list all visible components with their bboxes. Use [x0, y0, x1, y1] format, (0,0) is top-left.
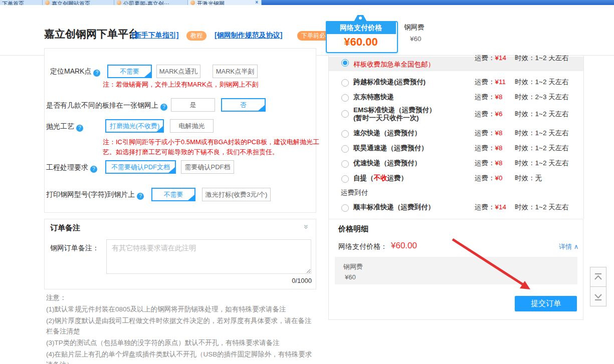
collapse-icon[interactable]: » — [302, 225, 311, 229]
freight-collect-label: 运费到付 — [341, 188, 368, 197]
submit-order-button[interactable]: 提交订单 — [515, 296, 577, 311]
shipping-9-name[interactable]: 顺丰标准快递（运费到付） — [353, 203, 435, 212]
shipping-5-name[interactable]: 速尔快递（运费预付） — [353, 129, 421, 138]
price-detail-title: 价格明细 — [338, 224, 368, 234]
shipping-4-name-line2[interactable]: (暂时一天只收件一次) — [353, 114, 419, 123]
radio-shipping-3[interactable] — [341, 94, 349, 102]
multi-board-label: 是否有几款不同的板排在一张钢网上? — [46, 101, 167, 111]
help-icon[interactable]: ? — [137, 193, 144, 200]
scroll-top-icon — [590, 267, 606, 286]
notice-title: 注意： — [46, 292, 317, 303]
browser-tab-3[interactable]: 公司要闻-嘉立创··· — [114, 0, 188, 5]
pay-price-label: 网络支付价格： — [338, 242, 387, 251]
price-tag-value: ¥60.00 — [326, 34, 396, 51]
option-mark-through-hole[interactable]: MARK点通孔 — [156, 65, 200, 78]
browser-tab-strip: 下单首页 嘉立创网站首页 公司要闻-嘉立创··· 开激光钢网 × — [0, 0, 614, 5]
check-icon: ✓ — [147, 67, 151, 79]
option-mark-half-etch[interactable]: MARK点半刻 — [213, 65, 258, 78]
shipping-1-fee: 运费：¥14 — [475, 55, 506, 63]
polish-note-line1: 注：IC引脚间距等于或小于0.5MM或有BGA封装的PCB板，建议电解抛光工 — [103, 138, 319, 147]
shipping-8-time: 时效：无 — [515, 174, 542, 183]
radio-shipping-7[interactable] — [341, 160, 349, 168]
radio-shipping-6[interactable] — [341, 145, 349, 153]
right-panel: 样板收费加急单全国包邮） 运费：¥14 时效：1~2 天左右 跨越标准快递(运费… — [328, 55, 584, 321]
radio-shipping-4[interactable] — [341, 110, 349, 118]
char-counter: 0/1000 — [106, 277, 312, 284]
notice-item-2: (2)钢片厚度默认是由我司工程做文件时依据文件决定的，若对厚度有具体要求，请在备… — [46, 315, 317, 336]
shipping-7-time: 时效：1~2 天左右 — [515, 159, 569, 168]
fee-summary-value: ¥60 — [410, 35, 422, 43]
option-laser-mark[interactable]: 激光打标(收费3元/个) — [202, 188, 271, 201]
pay-price-value: ¥60.00 — [391, 241, 417, 251]
tab-label: 嘉立创网站首页 — [52, 0, 90, 5]
scroll-to-bottom-button[interactable] — [590, 286, 606, 306]
radio-shipping-5[interactable] — [341, 130, 349, 138]
notice-item-1: (1)默认常规元件封装在0805及以上的钢网将开防锡珠处理，如有特殊要求请备注 — [46, 304, 317, 314]
browser-tab-2[interactable]: 嘉立创网站首页 — [43, 0, 114, 5]
help-icon[interactable]: ? — [93, 70, 100, 77]
favicon — [190, 1, 195, 5]
engineering-requirement-label: 工程处理要求? — [46, 163, 97, 173]
radio-shipping-8[interactable] — [341, 175, 349, 183]
print-model-label: 打印钢网型号(字符)到钢片上? — [46, 190, 144, 200]
browser-tab-1[interactable]: 下单首页 — [0, 0, 43, 5]
radio-shipping-2[interactable] — [341, 79, 349, 87]
scroll-to-top-button[interactable] — [590, 267, 606, 287]
check-icon: ✓ — [190, 190, 194, 202]
option-no-print[interactable]: 不需要✓ — [151, 188, 195, 201]
notice-item-4: (4)在贴片层上有孔的单个焊盘或插件类默认不开孔（USB的插件固定脚除外，有特殊… — [46, 349, 317, 364]
shipping-6-name[interactable]: 联昊通速递（运费预付） — [353, 144, 428, 153]
shipping-2-name[interactable]: 跨越标准快递(运费预付) — [353, 78, 426, 87]
mark-point-label: 定位MARK点? — [50, 67, 100, 77]
option-grind-polish[interactable]: 打磨抛光(不收费)✓ — [105, 119, 164, 133]
caret-up-icon: ∧ — [574, 243, 579, 250]
tab-label: 开激光钢网 — [197, 0, 225, 5]
radio-shipping-1[interactable] — [341, 59, 349, 67]
notice-list: 注意： (1)默认常规元件封装在0805及以上的钢网将开防锡珠处理，如有特殊要求… — [46, 292, 317, 364]
shipping-2-time: 时效：1~2 天左右 — [515, 78, 569, 87]
newbie-guide-link[interactable]: [新手下单指引] — [132, 31, 178, 40]
help-icon[interactable]: ? — [90, 166, 97, 173]
polish-note-line2: 艺。如选择打磨工艺可能导致的下锡不良，我们不承担责任。 — [103, 148, 279, 157]
browser-tab-4-active[interactable]: 开激光钢网 × — [188, 0, 262, 5]
shipping-9-fee: 运费：¥14 — [475, 203, 506, 212]
remarks-textarea[interactable] — [106, 239, 311, 274]
radio-shipping-9[interactable] — [341, 204, 349, 212]
tab-label: 下单首页 — [2, 0, 24, 5]
help-icon[interactable]: ? — [160, 104, 167, 111]
favicon — [117, 1, 121, 5]
shipping-6-time: 时效：1~2 天左右 — [515, 144, 569, 153]
mark-point-note: 注：若做锡膏网，文件上没有MARK点，则钢网上不刻 — [103, 80, 259, 89]
option-no-pdf-confirm[interactable]: 不需要确认PDF文档✓ — [105, 160, 176, 174]
remarks-title: 订单备注 — [50, 223, 80, 233]
fee-item-name: 钢网费 — [343, 262, 363, 271]
panel-border-left — [328, 55, 329, 219]
option-yes[interactable]: 是 — [171, 98, 215, 112]
panel-border-right — [583, 55, 584, 219]
remarks-field-label: 钢网订单备注： — [50, 244, 99, 253]
shipping-8-name[interactable]: 自提（不收运费） — [353, 174, 407, 183]
option-no-mark[interactable]: 不需要✓ — [107, 65, 152, 78]
check-icon: ✓ — [261, 101, 265, 112]
shipping-3-fee: 运费：¥8 — [475, 93, 503, 102]
scroll-bottom-icon — [590, 287, 606, 306]
tutorial-badge: 教程 — [186, 31, 207, 41]
fee-breakdown-box: 钢网费 ¥60 — [335, 257, 577, 284]
option-electro-polish[interactable]: 电解抛光 — [170, 119, 214, 133]
shipping-3-name[interactable]: 京东特惠快递 — [353, 93, 394, 102]
shipping-5-time: 时效：1~2 天左右 — [515, 129, 569, 138]
shipping-3-time: 时效：2~3 天左右 — [515, 93, 569, 102]
close-icon[interactable]: × — [255, 0, 258, 5]
option-no[interactable]: 否✓ — [221, 98, 266, 112]
check-icon: ✓ — [171, 163, 175, 174]
shipping-7-name[interactable]: 优速快递（运费预付） — [353, 159, 421, 168]
shipping-6-fee: 运费：¥8 — [475, 144, 503, 153]
stencil-spec-link[interactable]: [钢网制作规范及协议] — [215, 31, 282, 40]
fee-summary-label: 钢网费 — [404, 23, 425, 32]
shipping-2-fee: 运费：¥11 — [475, 78, 506, 87]
shipping-1-red-line[interactable]: 样板收费加急单全国包邮） — [353, 60, 435, 69]
help-icon[interactable]: ? — [76, 125, 83, 132]
detail-toggle-link[interactable]: 详情 ∧ — [559, 242, 578, 251]
option-need-pdf-confirm[interactable]: 需要确认PDF档 — [181, 160, 234, 174]
shipping-5-fee: 运费：¥8 — [475, 129, 503, 138]
